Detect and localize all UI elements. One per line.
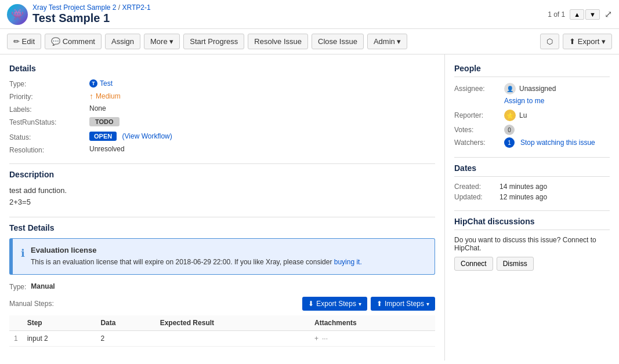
test-details-title: Test Details [9,223,435,232]
created-row: Created: 14 minutes ago [454,183,610,191]
col-num [9,315,23,331]
edit-button[interactable]: ✏ Edit [7,34,41,49]
nav-down-button[interactable]: ▼ [585,9,600,20]
hipchat-text: Do you want to discuss this issue? Conne… [454,236,610,252]
export-steps-button[interactable]: ⬇ Export Steps ▾ [302,297,367,311]
priority-value: ↑ Medium [89,92,435,101]
status-label: Status: [9,132,85,141]
test-details-section: Test Details ℹ Evaluation license This i… [9,223,435,347]
eval-link[interactable]: buying it. [334,258,362,266]
breadcrumb-sep: / [118,3,122,12]
page-title: Test Sample 1 [32,12,151,25]
hipchat-title: HipChat discussions [454,217,610,230]
header-right: 1 of 1 ▲ ▼ ⤢ [548,9,612,20]
connect-button[interactable]: Connect [454,257,493,271]
dates-section: Dates Created: 14 minutes ago Updated: 1… [454,163,610,201]
view-workflow-link[interactable]: (View Workflow) [122,132,172,140]
add-attachment-icon[interactable]: + [314,334,318,343]
row-attachments: + ··· [310,331,435,347]
status-value: OPEN (View Workflow) [89,132,435,141]
more-actions-icon[interactable]: ··· [322,334,328,343]
assignee-avatar: 👤 [504,83,516,94]
breadcrumb: Xray Test Project Sample 2 / XRTP2-1 [32,3,151,12]
export-icon: ⬆ [569,37,575,46]
info-icon: ℹ [21,247,25,267]
dates-title: Dates [454,163,610,177]
app-logo: 👾 [7,4,28,25]
col-attachments: Attachments [310,315,435,331]
labels-value: None [89,104,435,114]
description-title: Description [9,170,435,179]
assignee-value: Unassigned [519,85,556,93]
expand-button[interactable]: ⤢ [604,9,612,20]
test-type-row: Type: Manual [9,282,435,291]
breadcrumb-project[interactable]: Xray Test Project Sample 2 [32,3,117,12]
breadcrumb-issue[interactable]: XRTP2-1 [122,3,151,12]
description-line2: 2+3=5 [9,196,435,208]
priority-label: Priority: [9,92,85,101]
row-actions: + ··· [314,334,430,343]
comment-button[interactable]: 💬 Comment [45,34,102,49]
details-grid: Type: T Test Priority: ↑ Medium Labels: … [9,79,435,154]
people-section: People Assignee: 👤 Unassigned Assign to … [454,64,610,148]
manual-steps-label: Manual Steps: [9,300,54,308]
toolbar: ✏ Edit 💬 Comment Assign More ▾ Start Pro… [0,29,619,54]
watchers-count: 1 [504,137,515,148]
col-step: Step [23,315,96,331]
votes-count: 0 [504,125,515,135]
people-title: People [454,64,610,77]
votes-row: Votes: 0 [454,125,610,135]
steps-buttons: ⬇ Export Steps ▾ ⬆ Import Steps ▾ [302,297,435,311]
resolution-value: Unresolved [89,145,435,154]
resolve-issue-button[interactable]: Resolve Issue [248,34,308,49]
more-button[interactable]: More ▾ [144,34,180,49]
export-steps-icon: ⬇ [308,300,314,308]
admin-button[interactable]: Admin ▾ [367,34,407,49]
testrunstatus-value: TODO [89,117,435,126]
dismiss-button[interactable]: Dismiss [497,257,534,271]
table-row: 1 input 2 2 + ··· [9,331,435,347]
type-label: Type: [9,79,85,88]
test-type-label: Type: [9,282,26,291]
reporter-row: Reporter: ⭐ Lu [454,110,610,121]
todo-badge: TODO [89,117,120,126]
col-expected: Expected Result [155,315,310,331]
stop-watching-link[interactable]: Stop watching this issue [520,139,595,147]
testrunstatus-label: TestRunStatus: [9,117,85,126]
priority-icon: ↑ [89,92,93,101]
description-line1: test add function. [9,185,435,196]
export-button[interactable]: ⬆ Export ▾ [563,34,612,49]
description-section: Description test add function. 2+3=5 [9,170,435,208]
updated-value: 12 minutes ago [499,193,547,201]
share-button[interactable]: ⬡ [540,34,559,49]
votes-label: Votes: [454,126,501,134]
top-bar: 👾 Xray Test Project Sample 2 / XRTP2-1 T… [0,0,619,29]
row-step: input 2 [23,331,96,347]
desc-separator [9,217,435,217]
eval-banner: ℹ Evaluation license This is an evaluati… [9,238,435,275]
type-value: T Test [89,79,435,88]
people-separator [454,157,610,158]
header-left: 👾 Xray Test Project Sample 2 / XRTP2-1 T… [7,3,151,25]
nav-up-button[interactable]: ▲ [570,9,584,20]
import-steps-icon: ⬆ [377,300,382,308]
start-progress-button[interactable]: Start Progress [183,34,244,49]
import-steps-button[interactable]: ⬆ Import Steps ▾ [371,297,435,311]
assign-to-me-link[interactable]: Assign to me [504,97,610,105]
row-expected [155,331,310,347]
assign-button[interactable]: Assign [105,34,140,49]
close-issue-button[interactable]: Close Issue [312,34,364,49]
watchers-row: Watchers: 1 Stop watching this issue [454,137,610,148]
open-badge: OPEN [89,132,117,141]
created-label: Created: [454,183,495,191]
eval-title: Evaluation license [31,246,362,254]
row-data: 2 [96,331,155,347]
labels-label: Labels: [9,104,85,114]
reporter-avatar: ⭐ [504,110,516,121]
details-section-title: Details [9,64,435,73]
manual-steps-header: Manual Steps: ⬇ Export Steps ▾ ⬆ Import … [9,297,435,311]
export-steps-dropdown-icon: ▾ [359,301,361,307]
reporter-value: Lu [519,111,527,119]
nav-arrows: ▲ ▼ [570,9,600,20]
reporter-label: Reporter: [454,111,501,119]
